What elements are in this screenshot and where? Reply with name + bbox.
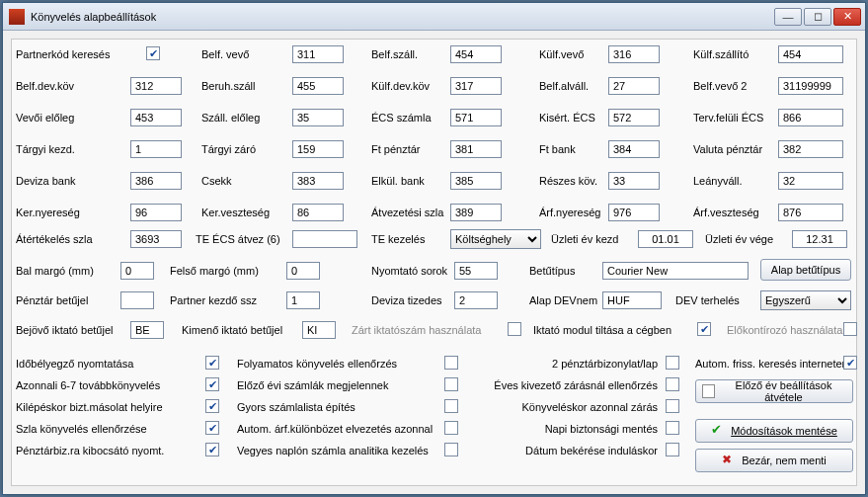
right-check-label: Napi biztonsági mentés [484,423,658,435]
label: Külf.vevő [539,48,584,60]
close-button[interactable]: ✕ [833,8,861,26]
account-input[interactable] [450,77,502,95]
account-input[interactable] [292,109,344,126]
penztarbetu-label: Pénztár betűjel [16,294,88,306]
right-check[interactable] [666,377,679,391]
tekezeles-select[interactable]: Költséghely [450,229,541,249]
mid-check[interactable] [444,377,458,391]
account-input[interactable] [292,140,344,158]
zart-label: Zárt iktatószám használata [352,324,481,336]
account-input[interactable] [450,140,502,158]
right-check[interactable] [666,443,679,456]
uzletvege-input[interactable] [792,230,847,248]
label: Belf.száll. [371,48,418,60]
account-input[interactable] [608,172,660,190]
balmargo-input[interactable] [120,262,154,280]
mid-check[interactable] [444,399,458,413]
account-input[interactable] [292,45,344,63]
nyomtatosorok-input[interactable] [454,262,498,280]
label: Árf.nyereség [539,207,600,218]
account-input[interactable] [608,204,660,221]
account-input[interactable] [130,140,182,158]
account-input[interactable] [608,77,660,95]
teecs-label: TE ÉCS átvez (6) [196,233,280,245]
alapdevnem-label: Alap DEVnem [529,294,597,306]
partnerkod-check[interactable]: ✔ [146,46,160,60]
left-check[interactable]: ✔ [205,421,219,435]
mid-check[interactable] [444,421,458,435]
account-input[interactable] [450,172,502,190]
betutipus-input[interactable] [602,262,749,280]
account-input[interactable] [450,109,502,126]
account-input[interactable] [450,204,502,221]
left-check-label: Azonnali 6-7 továbbkönyvelés [16,379,160,391]
balmargo-label: Bal margó (mm) [16,265,94,277]
alapbetu-button[interactable]: Alap betűtípus [760,259,851,281]
left-check[interactable]: ✔ [205,443,219,456]
account-input[interactable] [608,109,660,126]
mid-check[interactable] [444,443,458,456]
autom-check[interactable]: ✔ [843,356,857,370]
prev-year-button[interactable]: Előző év beállítások átvétele [695,379,853,403]
alapdevnem-input[interactable] [602,291,662,309]
betutipus-label: Betűtípus [529,265,575,277]
account-input[interactable] [608,45,660,63]
account-input[interactable] [292,77,344,95]
label: Átvezetési szla [371,207,443,218]
iktato-check[interactable]: ✔ [697,322,711,336]
devizatizedes-label: Deviza tizedes [371,294,442,306]
kimeno-label: Kimenő iktató betűjel [182,324,282,336]
label: Külf.dev.köv [371,80,430,92]
kimeno-input[interactable] [302,321,336,339]
felsomargo-input[interactable] [286,262,320,280]
left-check-label: Szla könyvelés ellenőrzése [16,423,147,435]
left-check[interactable]: ✔ [205,377,219,391]
app-icon [9,9,25,25]
window-title: Könyvelés alapbeállítások [31,11,774,23]
left-check[interactable]: ✔ [205,356,219,370]
bejovo-input[interactable] [130,321,164,339]
left-check-label: Pénztárbiz.ra kibocsátó nyomt. [16,445,164,456]
left-check[interactable]: ✔ [205,399,219,413]
account-input[interactable] [292,204,344,221]
uzletkezd-label: Üzleti év kezd [551,233,618,245]
label: Belf.vevő 2 [693,80,747,92]
minimize-button[interactable]: — [774,8,802,26]
zart-check[interactable] [508,322,521,336]
account-input[interactable] [778,109,843,126]
penztarbetu-input[interactable] [120,291,154,309]
account-input[interactable] [778,140,843,158]
account-input[interactable] [130,77,182,95]
mid-check-label: Autom. árf.különbözet elvezetés azonnal [237,423,433,435]
account-input[interactable] [778,45,843,63]
form-panel: Partnerkód keresés✔Belf. vevőBelf.száll.… [11,39,857,486]
account-input[interactable] [292,172,344,190]
account-input[interactable] [130,204,182,221]
label: Valuta pénztár [693,143,762,155]
account-input[interactable] [778,204,843,221]
right-check[interactable] [666,399,679,413]
mid-check[interactable] [444,356,458,370]
elokontir-check[interactable] [843,322,857,336]
titlebar: Könyvelés alapbeállítások — ◻ ✕ [3,3,865,31]
maximize-button[interactable]: ◻ [804,8,831,26]
account-input[interactable] [608,140,660,158]
devterheles-select[interactable]: Egyszerű [760,290,851,310]
devizatizedes-input[interactable] [454,291,498,309]
label: Ker.nyereség [16,207,80,218]
label: Csekk [201,175,232,187]
account-input[interactable] [778,172,843,190]
account-input[interactable] [778,77,843,95]
account-input[interactable] [130,172,182,190]
partnerkezdo-input[interactable] [286,291,320,309]
label: Elkül. bank [371,175,425,187]
uzletkezd-input[interactable] [638,230,693,248]
right-check[interactable] [666,421,679,435]
save-button[interactable]: Módosítások mentése [695,419,853,443]
account-input[interactable] [450,45,502,63]
account-input[interactable] [130,109,182,126]
teecs-input[interactable] [292,230,357,248]
atertekel-input[interactable] [130,230,182,248]
right-check[interactable] [666,356,679,370]
cancel-button[interactable]: Bezár, nem menti [695,449,853,472]
